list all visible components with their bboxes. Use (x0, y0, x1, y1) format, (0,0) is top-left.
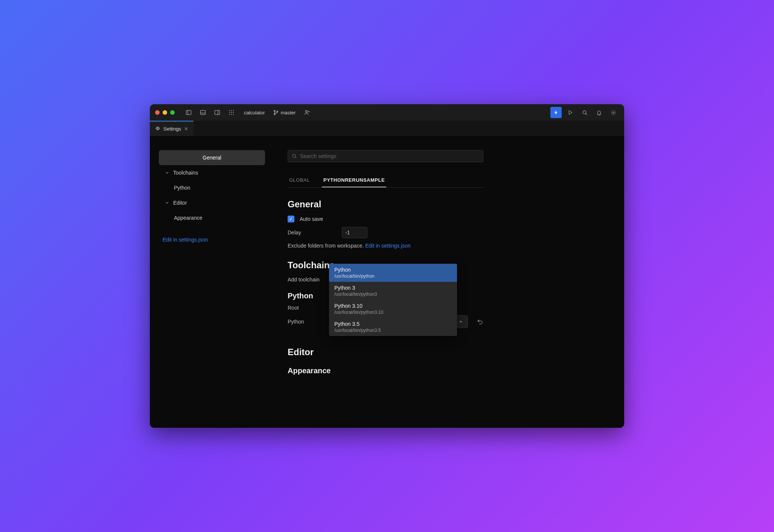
auto-save-checkbox[interactable]: ✓ (288, 216, 294, 222)
svg-point-25 (293, 154, 296, 157)
branch-icon (273, 110, 279, 115)
maximize-window-button[interactable] (170, 110, 175, 115)
dropdown-option-name: Python 3.5 (334, 321, 452, 327)
chevron-up-icon (459, 319, 463, 324)
svg-point-15 (274, 110, 275, 111)
svg-point-14 (233, 114, 234, 115)
sidebar-item-label: Python (174, 185, 190, 191)
tabbar: Settings ✕ (150, 121, 624, 137)
search-icon[interactable] (579, 107, 590, 118)
sidebar-item-label: Editor (173, 200, 187, 206)
tab-label: Settings (163, 126, 181, 132)
traffic-lights (155, 110, 175, 115)
sidebar-item-label: General (203, 155, 221, 161)
delay-input[interactable] (342, 227, 367, 238)
left-panel-toggle-icon[interactable] (183, 107, 194, 118)
settings-gear-icon[interactable] (608, 107, 619, 118)
exclude-edit-link[interactable]: Edit in settings.json (365, 243, 411, 249)
tab-settings[interactable]: Settings ✕ (150, 121, 194, 136)
chevron-down-icon (165, 201, 172, 205)
titlebar: calculator master (150, 104, 624, 121)
dropdown-option-name: Python 3.10 (334, 303, 452, 309)
sidebar-item-general[interactable]: General (159, 150, 265, 165)
svg-rect-0 (186, 111, 191, 115)
svg-point-8 (233, 110, 234, 111)
chevron-down-icon (165, 170, 172, 175)
delay-label: Delay (288, 230, 337, 236)
content-area: General Toolchains Python Editor Appeara… (150, 137, 624, 428)
right-panel-toggle-icon[interactable] (212, 107, 223, 118)
search-settings-box[interactable] (288, 150, 483, 162)
dropdown-option-path: /usr/local/bin/python3.10 (334, 310, 452, 315)
scope-tab-global[interactable]: GLOBAL (288, 173, 311, 187)
sidebar-item-toolchains[interactable]: Toolchains (159, 165, 265, 180)
project-name[interactable]: calculator (244, 110, 265, 116)
app-window: calculator master Settings ✕ (150, 104, 624, 428)
notifications-icon[interactable] (593, 107, 605, 118)
minimize-window-button[interactable] (163, 110, 167, 115)
sidebar-item-label: Appearance (174, 215, 203, 221)
svg-point-18 (306, 111, 308, 112)
sidebar-item-appearance[interactable]: Appearance (159, 210, 265, 225)
svg-point-23 (612, 112, 614, 113)
search-icon (292, 154, 297, 159)
dropdown-option-name: Python 3 (334, 285, 452, 291)
add-user-icon[interactable] (302, 107, 313, 118)
edit-settings-json-link[interactable]: Edit in settings.json (159, 237, 265, 243)
svg-line-22 (585, 113, 587, 114)
svg-point-10 (231, 112, 232, 113)
run-button-icon[interactable] (565, 107, 576, 118)
subsection-heading-appearance: Appearance (288, 366, 602, 375)
settings-main: GLOBAL PYTHONRERUNSAMPLE General ✓ Auto … (274, 137, 624, 428)
svg-point-12 (229, 114, 230, 115)
exclude-folders-text: Exclude folders from workspace. (288, 243, 364, 249)
sidebar-item-editor[interactable]: Editor (159, 195, 265, 210)
dropdown-option-path: /usr/local/bin/python (334, 274, 452, 279)
section-heading-general: General (288, 199, 602, 210)
svg-rect-2 (201, 111, 206, 115)
scope-tab-project[interactable]: PYTHONRERUNSAMPLE (322, 173, 386, 187)
svg-rect-4 (215, 111, 220, 115)
sidebar-item-label: Toolchains (173, 170, 198, 176)
undo-icon[interactable] (477, 319, 483, 325)
scope-tabs: GLOBAL PYTHONRERUNSAMPLE (288, 173, 483, 188)
dropdown-option-path: /usr/local/bin/python3.5 (334, 328, 452, 333)
python-dropdown: Python /usr/local/bin/python Python 3 /u… (329, 264, 457, 336)
sidebar-item-python[interactable]: Python (159, 180, 265, 195)
svg-point-11 (233, 112, 234, 113)
svg-point-7 (231, 110, 232, 111)
bolt-button[interactable] (550, 107, 562, 118)
dropdown-option[interactable]: Python /usr/local/bin/python (329, 264, 457, 282)
python-dropdown-list[interactable]: Python /usr/local/bin/python Python 3 /u… (329, 264, 457, 336)
auto-save-label: Auto save (300, 216, 323, 222)
dropdown-option[interactable]: Python 3.5 /usr/local/bin/python3.5 (329, 318, 457, 336)
svg-point-9 (229, 112, 230, 113)
dropdown-option[interactable]: Python 3.10 /usr/local/bin/python3.10 (329, 300, 457, 318)
dropdown-option-path: /usr/local/bin/python3 (334, 292, 452, 297)
branch-name: master (281, 110, 296, 116)
svg-line-26 (295, 157, 296, 158)
search-settings-input[interactable] (300, 153, 479, 159)
apps-grid-icon[interactable] (226, 107, 237, 118)
settings-sidebar: General Toolchains Python Editor Appeara… (150, 137, 274, 428)
dropdown-option[interactable]: Python 3 /usr/local/bin/python3 (329, 282, 457, 300)
svg-point-16 (274, 114, 275, 115)
dropdown-option-name: Python (334, 267, 452, 273)
svg-point-21 (583, 111, 586, 114)
branch-selector[interactable]: master (273, 110, 296, 116)
close-window-button[interactable] (155, 110, 160, 115)
svg-point-24 (157, 128, 158, 129)
svg-point-13 (231, 114, 232, 115)
close-tab-icon[interactable]: ✕ (184, 126, 188, 132)
bottom-panel-toggle-icon[interactable] (197, 107, 209, 118)
section-heading-editor: Editor (288, 347, 602, 357)
svg-point-6 (229, 110, 230, 111)
svg-point-17 (277, 111, 278, 112)
gear-icon (155, 126, 160, 132)
